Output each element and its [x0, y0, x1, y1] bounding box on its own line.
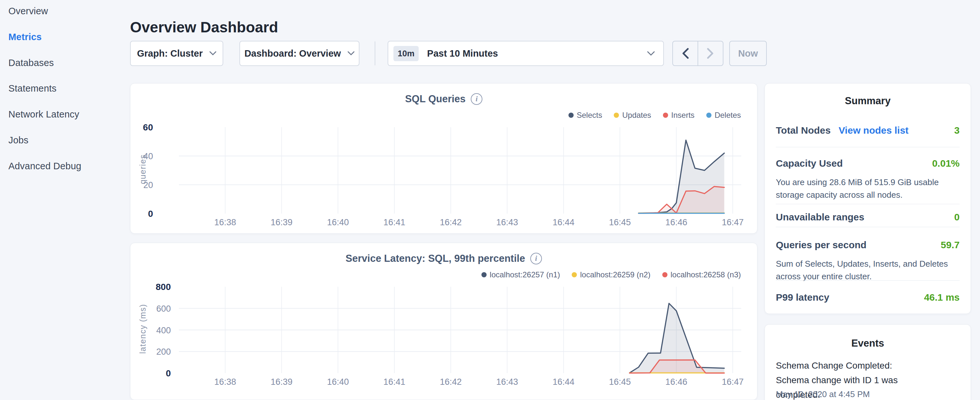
chart-title-row: SQL Queries i — [130, 93, 757, 105]
svg-text:60: 60 — [143, 122, 153, 132]
graph-scope-dropdown[interactable]: Graph: Cluster — [130, 41, 223, 66]
svg-text:16:43: 16:43 — [496, 217, 518, 227]
dashboard-dropdown[interactable]: Dashboard: Overview — [239, 41, 360, 66]
legend-dot-icon — [663, 113, 668, 118]
unavailable-ranges-value: 0 — [954, 212, 959, 223]
legend-item[interactable]: localhost:26257 (n1) — [481, 270, 560, 279]
svg-text:40: 40 — [143, 151, 153, 161]
svg-text:16:38: 16:38 — [214, 377, 236, 387]
controls-divider — [375, 41, 375, 65]
qps-value: 59.7 — [941, 239, 959, 250]
summary-panel: Summary Total Nodes View nodes list 3 Ca… — [765, 83, 971, 314]
page-title: Overview Dashboard — [130, 18, 278, 36]
graph-scope-label: Graph: Cluster — [137, 48, 202, 59]
legend-label: Deletes — [715, 111, 741, 120]
svg-text:16:39: 16:39 — [271, 217, 293, 227]
svg-text:16:45: 16:45 — [609, 217, 631, 227]
chart-title: SQL Queries — [405, 93, 466, 105]
svg-text:16:38: 16:38 — [214, 217, 236, 227]
svg-text:16:46: 16:46 — [665, 377, 687, 387]
sidebar-item-overview[interactable]: Overview — [8, 6, 48, 16]
time-window-selector[interactable]: 10m Past 10 Minutes — [388, 41, 664, 66]
legend-item[interactable]: Deletes — [706, 111, 741, 120]
time-window-badge: 10m — [393, 46, 418, 61]
summary-row-qps: Queries per second 59.7 — [776, 239, 959, 250]
legend-item[interactable]: Inserts — [663, 111, 695, 120]
svg-text:200: 200 — [156, 347, 171, 357]
legend-dot-icon — [572, 272, 577, 277]
sidebar-item-network-latency[interactable]: Network Latency — [8, 109, 79, 120]
chart-legend: SelectsUpdatesInsertsDeletes — [568, 111, 741, 120]
view-nodes-list-link[interactable]: View nodes list — [838, 125, 908, 135]
legend-label: Inserts — [671, 111, 695, 120]
step-forward-button[interactable] — [698, 41, 723, 65]
svg-text:16:42: 16:42 — [440, 377, 462, 387]
legend-item[interactable]: localhost:26258 (n3) — [662, 270, 741, 279]
chevron-down-icon — [647, 51, 655, 56]
svg-text:16:42: 16:42 — [440, 217, 462, 227]
legend-dot-icon — [568, 113, 574, 118]
events-panel: Events Schema Change Completed: Schema c… — [765, 324, 971, 400]
sidebar-item-statements[interactable]: Statements — [8, 83, 57, 94]
time-window-label: Past 10 Minutes — [427, 48, 647, 59]
capacity-used-description: You are using 28.6 MiB of 515.9 GiB usab… — [776, 176, 957, 201]
svg-text:16:41: 16:41 — [383, 377, 406, 387]
sql-queries-plot: 16:3816:3916:4016:4116:4216:4316:4416:45… — [130, 83, 757, 233]
svg-text:16:40: 16:40 — [327, 377, 349, 387]
svg-text:16:47: 16:47 — [722, 217, 744, 227]
info-icon[interactable]: i — [530, 253, 542, 265]
sidebar: Overview Metrics Databases Statements Ne… — [0, 0, 129, 400]
svg-text:16:39: 16:39 — [271, 377, 293, 387]
svg-text:16:43: 16:43 — [496, 377, 518, 387]
events-title: Events — [765, 338, 970, 349]
chart-title-row: Service Latency: SQL, 99th percentile i — [130, 253, 757, 265]
legend-dot-icon — [706, 113, 711, 118]
svg-text:16:44: 16:44 — [553, 217, 574, 227]
event-timestamp: May 13, 2020 at 4:45 PM — [776, 389, 870, 399]
legend-item[interactable]: localhost:26259 (n2) — [572, 270, 650, 279]
legend-dot-icon — [614, 113, 619, 118]
total-nodes-label: Total Nodes — [776, 125, 830, 135]
summary-row-unavailable-ranges: Unavailable ranges 0 — [776, 212, 959, 223]
summary-row-total-nodes: Total Nodes View nodes list 3 — [776, 125, 959, 136]
svg-text:16:46: 16:46 — [665, 217, 687, 227]
chart-title: Service Latency: SQL, 99th percentile — [345, 253, 525, 265]
sidebar-item-advanced-debug[interactable]: Advanced Debug — [8, 161, 81, 172]
svg-text:16:41: 16:41 — [383, 217, 406, 227]
qps-label: Queries per second — [776, 239, 866, 250]
summary-title: Summary — [765, 95, 970, 107]
capacity-used-value: 0.01% — [932, 158, 959, 169]
unavailable-ranges-label: Unavailable ranges — [776, 212, 864, 223]
divider — [776, 147, 959, 147]
qps-description: Sum of Selects, Updates, Inserts, and De… — [776, 258, 957, 283]
sql-queries-chart-card: SQL Queries i SelectsUpdatesInsertsDelet… — [130, 83, 757, 234]
svg-text:20: 20 — [143, 180, 153, 190]
legend-label: localhost:26258 (n3) — [671, 270, 741, 279]
time-step-buttons — [672, 41, 724, 66]
chevron-right-icon — [707, 48, 714, 59]
now-button[interactable]: Now — [729, 41, 767, 66]
divider — [776, 280, 959, 280]
svg-text:0: 0 — [148, 209, 153, 219]
legend-label: localhost:26259 (n2) — [580, 270, 650, 279]
sidebar-item-databases[interactable]: Databases — [8, 57, 54, 68]
sidebar-item-metrics[interactable]: Metrics — [8, 32, 42, 42]
summary-row-capacity: Capacity Used 0.01% — [776, 158, 959, 169]
summary-row-p99: P99 latency 46.1 ms — [776, 292, 959, 303]
legend-item[interactable]: Updates — [614, 111, 651, 120]
divider — [776, 204, 959, 204]
legend-label: localhost:26257 (n1) — [490, 270, 560, 279]
service-latency-chart-card: Service Latency: SQL, 99th percentile i … — [130, 243, 757, 400]
step-back-button[interactable] — [673, 41, 698, 65]
svg-text:16:44: 16:44 — [553, 377, 574, 387]
service-latency-plot: 16:3816:3916:4016:4116:4216:4316:4416:45… — [130, 243, 757, 393]
svg-text:800: 800 — [156, 282, 171, 292]
chart-legend: localhost:26257 (n1)localhost:26259 (n2)… — [481, 270, 741, 279]
svg-text:16:45: 16:45 — [609, 377, 631, 387]
chevron-left-icon — [682, 48, 689, 59]
legend-label: Selects — [577, 111, 603, 120]
sidebar-item-jobs[interactable]: Jobs — [8, 135, 29, 146]
legend-dot-icon — [481, 272, 487, 277]
info-icon[interactable]: i — [471, 93, 482, 105]
legend-item[interactable]: Selects — [568, 111, 603, 120]
